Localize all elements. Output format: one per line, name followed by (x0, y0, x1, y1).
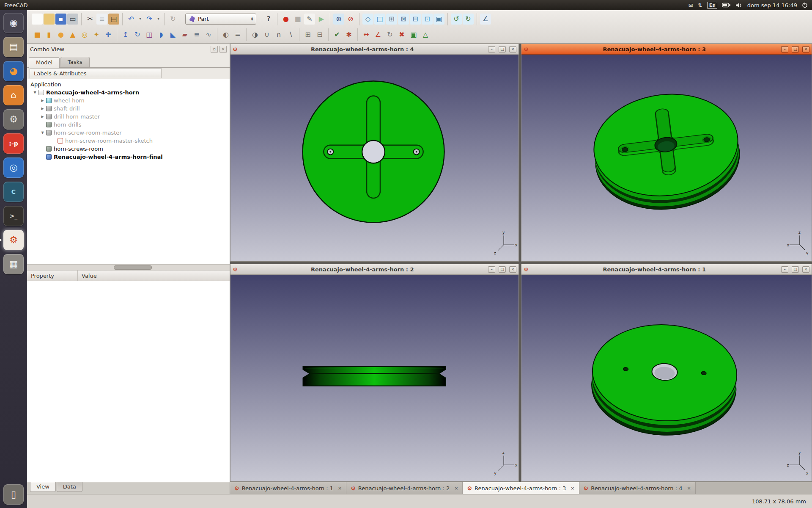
volume-icon[interactable] (735, 3, 743, 8)
minimize-button[interactable]: – (781, 266, 788, 273)
messenger-icon[interactable]: :-p (3, 133, 24, 154)
close-panel-button[interactable]: × (219, 46, 227, 53)
tree-horizontal-scrollbar[interactable] (27, 264, 230, 271)
window-titlebar[interactable]: ⚙ Renacuajo-wheel-4-arms-horn : 4 – □ × (230, 44, 518, 55)
print-icon[interactable]: ▭ (67, 14, 78, 25)
software-center-icon[interactable]: ⌂ (3, 85, 24, 105)
win-tab[interactable]: ⚙Renacuajo-wheel-4-arms-horn : 4× (579, 482, 696, 494)
extra-app-icon[interactable]: ▦ (3, 254, 24, 274)
sweep-icon[interactable]: ∿ (203, 29, 214, 40)
tree-item[interactable]: horn-screw-room-master-sketch (27, 137, 230, 145)
window-titlebar-active[interactable]: ⚙ Renacuajo-wheel-4-arms-horn : 3 – □ × (521, 44, 812, 55)
view-rear-icon[interactable]: ⊟ (410, 14, 421, 25)
expander-icon[interactable]: ▶ (40, 107, 45, 110)
dash-home-icon[interactable]: ◉ (3, 13, 24, 33)
new-file-icon[interactable] (32, 14, 43, 25)
cut-boolean-icon[interactable]: ∖ (285, 29, 296, 40)
zoom-fit-icon[interactable]: ⊕ (333, 14, 344, 25)
measure-angular-icon[interactable]: ∠ (373, 29, 384, 40)
tree-item[interactable]: ▶wheel-horn (27, 97, 230, 105)
shape-builder-icon[interactable]: ✚ (103, 29, 114, 40)
cv-btab[interactable]: View (30, 482, 56, 492)
window-titlebar[interactable]: ⚙ Renacuajo-wheel-4-arms-horn : 1 – □ × (521, 264, 812, 275)
part-cylinder-icon[interactable]: ▮ (44, 29, 55, 40)
minimize-button[interactable]: – (488, 266, 495, 273)
minimize-button[interactable]: – (781, 46, 788, 52)
close-icon[interactable]: × (454, 486, 458, 491)
tree-item[interactable]: horn-screws-room (27, 145, 230, 153)
undo-menu-icon[interactable]: ▾ (137, 14, 143, 25)
float-panel-button[interactable]: ▫ (211, 46, 218, 53)
view-front-icon[interactable]: □ (374, 14, 385, 25)
revolve-icon[interactable]: ↻ (132, 29, 143, 40)
mirror-icon[interactable]: ◫ (144, 29, 155, 40)
battery-icon[interactable] (722, 3, 731, 8)
macro-stop-icon[interactable]: ■ (292, 14, 303, 25)
common-icon[interactable]: ∩ (273, 29, 284, 40)
media-player-icon[interactable]: C (3, 182, 24, 202)
measure-linear-icon[interactable]: ↔ (361, 29, 372, 40)
part-box-icon[interactable]: ■ (32, 29, 43, 40)
copy-icon[interactable]: ≡ (96, 14, 107, 25)
measure-clear-icon[interactable]: ✖ (396, 29, 407, 40)
view-right-icon[interactable]: ⊠ (398, 14, 409, 25)
minimize-button[interactable]: – (488, 46, 495, 52)
property-table-body[interactable] (27, 281, 230, 482)
view-axonometric-icon[interactable]: ◇ (362, 14, 373, 25)
close-icon[interactable]: × (571, 486, 574, 491)
cv-btab[interactable]: Data (57, 482, 82, 492)
check-geometry-icon[interactable]: ✔ (332, 29, 343, 40)
restore-button[interactable]: □ (499, 266, 506, 273)
redo-menu-icon[interactable]: ▾ (156, 14, 161, 25)
paste-icon[interactable]: ▤ (108, 14, 119, 25)
redo-icon[interactable]: ↷ (144, 14, 155, 25)
workbench-selector[interactable]: Part ▴ ▾ (185, 14, 256, 25)
part-primitives-icon[interactable]: ✦ (91, 29, 102, 40)
rotate-left-icon[interactable]: ↺ (451, 14, 462, 25)
tree-item[interactable]: ▼horn-screw-room-master (27, 129, 230, 137)
tree-item[interactable]: Renacuajo-wheel-4-arms-horn-final (27, 153, 230, 161)
close-button[interactable]: × (509, 266, 516, 273)
clock[interactable]: dom sep 14 16:49 (747, 2, 797, 8)
open-file-icon[interactable] (44, 14, 55, 25)
macro-record-icon[interactable]: ● (280, 14, 291, 25)
ruled-surface-icon[interactable]: ▰ (179, 29, 190, 40)
close-icon[interactable]: × (687, 486, 691, 491)
expander-icon[interactable]: ▶ (40, 115, 45, 119)
spin-down-icon[interactable]: ▾ (251, 19, 253, 21)
sync-indicator-icon[interactable]: ⇅ (698, 3, 702, 8)
undo-icon[interactable]: ↶ (126, 14, 137, 25)
session-menu-icon[interactable] (802, 2, 808, 8)
freecad-icon[interactable]: ⚙ (3, 230, 24, 250)
close-icon[interactable]: × (338, 486, 342, 491)
close-button[interactable]: × (802, 46, 809, 52)
macro-play-icon[interactable]: ▶ (316, 14, 327, 25)
system-settings-icon[interactable]: ⚙ (3, 109, 24, 130)
3d-viewport[interactable]: z y x (521, 275, 812, 481)
section-icon[interactable]: ◐ (220, 29, 231, 40)
win-tab[interactable]: ⚙Renacuajo-wheel-4-arms-horn : 1× (230, 482, 346, 494)
measure-refresh-icon[interactable]: ↻ (384, 29, 395, 40)
combo-spinner-icon[interactable]: ▴ ▾ (251, 17, 253, 21)
compound-icon[interactable]: ⊞ (302, 29, 313, 40)
fillet-icon[interactable]: ◗ (156, 29, 167, 40)
cross-sections-icon[interactable]: = (232, 29, 243, 40)
close-button[interactable]: × (509, 46, 516, 52)
expander-icon[interactable]: ▼ (32, 91, 38, 94)
extrude-icon[interactable]: ↥ (120, 29, 131, 40)
measure-icon[interactable]: ∠ (480, 14, 491, 25)
restore-button[interactable]: □ (499, 46, 506, 52)
loft-icon[interactable]: ≡ (191, 29, 202, 40)
defeaturing-icon[interactable]: ✱ (343, 29, 354, 40)
view-top-icon[interactable]: ⊞ (386, 14, 397, 25)
files-icon[interactable]: ▤ (3, 37, 24, 57)
close-button[interactable]: × (802, 266, 809, 273)
win-tab[interactable]: ⚙Renacuajo-wheel-4-arms-horn : 2× (346, 482, 463, 494)
view-bottom-icon[interactable]: ⊡ (422, 14, 433, 25)
tree-item[interactable]: ▶shaft-drill (27, 105, 230, 113)
scrollbar-thumb[interactable] (114, 265, 152, 270)
view-left-icon[interactable]: ▣ (433, 14, 444, 25)
whats-this-icon[interactable]: ? (263, 14, 274, 25)
refresh-icon[interactable]: ↻ (167, 14, 178, 25)
part-sphere-icon[interactable]: ● (55, 29, 66, 40)
